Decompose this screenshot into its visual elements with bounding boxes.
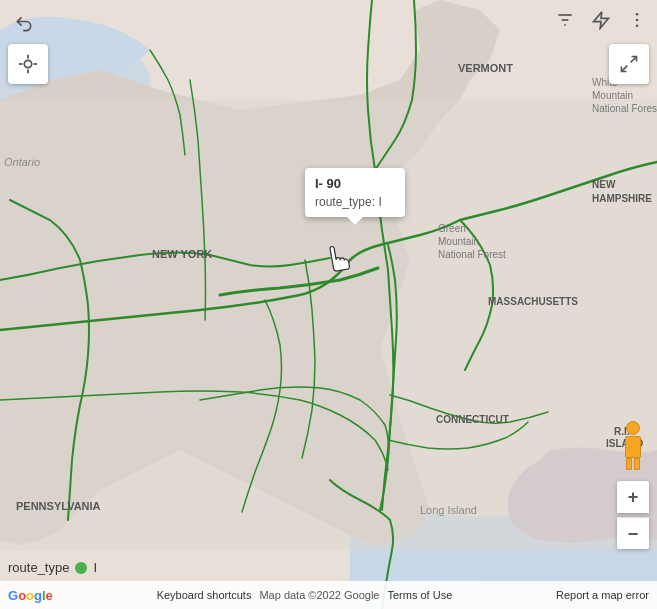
keyboard-shortcuts-link[interactable]: Keyboard shortcuts [157,589,252,601]
map-legend: route_type I [8,560,97,575]
svg-point-9 [24,60,31,67]
svg-point-8 [636,25,639,28]
pegman-legs [626,458,640,470]
legend-label: route_type [8,560,69,575]
terms-link[interactable]: Terms of Use [387,589,452,601]
pegman-button[interactable] [618,421,648,471]
svg-point-7 [636,19,639,22]
google-logo: Google [8,588,53,603]
location-button[interactable] [8,44,48,84]
filter-icon[interactable] [553,8,577,32]
more-icon[interactable] [625,8,649,32]
fullscreen-button[interactable] [609,44,649,84]
svg-point-6 [636,13,639,15]
map-controls: + − [617,421,649,549]
map-tooltip: I- 90 route_type: I [305,168,405,217]
tooltip-title: I- 90 [315,176,395,191]
lightning-icon[interactable] [589,8,613,32]
zoom-in-button[interactable]: + [617,481,649,513]
pegman-head [626,421,640,435]
svg-line-15 [622,66,628,72]
pegman-body [625,436,641,458]
undo-button[interactable] [8,8,40,40]
map-container[interactable]: VERMONT WhiteMountainNational Forest NEW… [0,0,657,609]
zoom-out-button[interactable]: − [617,517,649,549]
map-svg [0,0,657,609]
tooltip-subtitle: route_type: I [315,195,395,209]
legend-dot [75,562,87,574]
toolbar [553,8,649,32]
report-link[interactable]: Report a map error [556,589,649,601]
bottom-bar: Google Keyboard shortcuts Map data ©2022… [0,581,657,609]
legend-value: I [93,560,97,575]
svg-line-14 [631,57,637,63]
map-data-text: Map data ©2022 Google [259,589,379,601]
